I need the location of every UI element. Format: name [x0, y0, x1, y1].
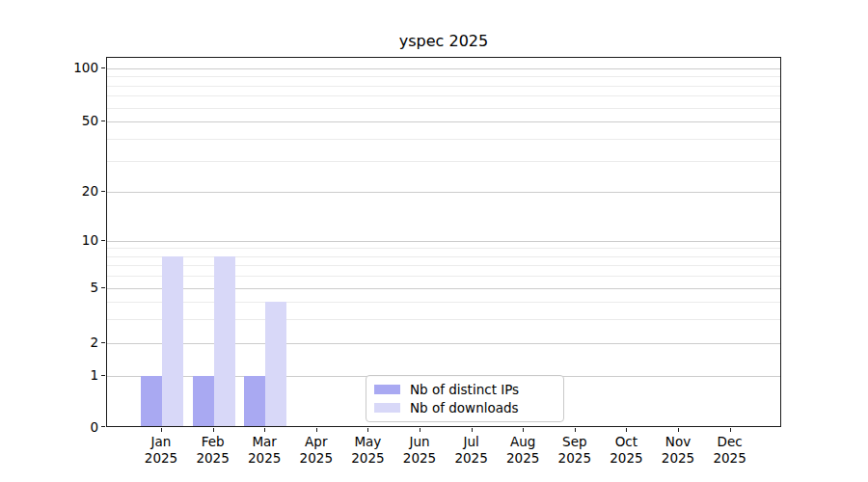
y-gridline-major: [107, 192, 780, 193]
y-tick-mark: [101, 426, 105, 427]
y-gridline-minor: [107, 76, 780, 77]
y-tick-mark: [101, 287, 105, 288]
y-gridline-minor: [107, 265, 780, 266]
x-tick-mark: [213, 428, 214, 432]
legend-entry-downloads: Nb of downloads: [374, 400, 556, 415]
y-gridline-minor: [107, 86, 780, 87]
x-tick-month: Dec: [692, 434, 769, 450]
y-gridline-major: [107, 121, 780, 122]
x-tick-mark: [626, 428, 627, 432]
bar-distinct-ips: [244, 376, 265, 427]
x-tick-mark: [523, 428, 524, 432]
y-tick-label: 100: [0, 59, 98, 76]
y-tick-mark: [101, 375, 105, 376]
y-tick-label: 50: [0, 112, 98, 129]
y-tick-label: 1: [0, 366, 98, 384]
x-tick-mark: [678, 428, 679, 432]
y-gridline-major: [107, 68, 780, 69]
x-tick-mark: [575, 428, 576, 432]
bar-downloads: [214, 256, 235, 427]
y-tick-mark: [101, 67, 105, 68]
y-gridline-major: [107, 241, 780, 242]
bar-distinct-ips: [141, 376, 162, 427]
bar-downloads: [162, 256, 183, 427]
x-tick-label: Dec2025: [692, 434, 769, 467]
y-gridline-minor: [107, 256, 780, 257]
legend: Nb of distinct IPs Nb of downloads: [366, 375, 564, 422]
y-gridline-minor: [107, 276, 780, 277]
legend-label-distinct-ips: Nb of distinct IPs: [410, 382, 519, 397]
legend-entry-distinct-ips: Nb of distinct IPs: [374, 382, 556, 397]
y-gridline-major: [107, 288, 780, 289]
bar-downloads: [265, 302, 286, 427]
y-tick-mark: [101, 191, 105, 192]
y-tick-label: 5: [0, 279, 98, 296]
y-gridline-minor: [107, 248, 780, 249]
y-tick-label: 0: [0, 418, 98, 436]
y-gridline-major: [107, 343, 780, 344]
x-tick-mark: [420, 428, 420, 432]
x-tick-year: 2025: [692, 450, 769, 467]
y-gridline-minor: [107, 161, 780, 162]
bar-distinct-ips: [193, 376, 214, 427]
y-gridline-minor: [107, 302, 780, 303]
y-gridline-minor: [107, 108, 780, 109]
x-tick-mark: [472, 428, 473, 432]
y-tick-mark: [101, 120, 105, 121]
y-tick-label: 2: [0, 334, 98, 351]
chart-title: yspec 2025: [106, 32, 781, 50]
y-tick-label: 20: [0, 182, 98, 200]
y-tick-mark: [101, 342, 105, 343]
x-tick-mark: [264, 428, 265, 432]
legend-label-downloads: Nb of downloads: [410, 400, 519, 415]
x-tick-mark: [730, 428, 731, 432]
legend-swatch-downloads-icon: [374, 403, 400, 413]
plot-area: [106, 57, 781, 427]
x-tick-mark: [316, 428, 317, 432]
y-tick-label: 10: [0, 231, 98, 249]
chart-figure: yspec 2025 0125102050100Jan2025Feb2025Ma…: [0, 0, 868, 482]
y-gridline-minor: [107, 95, 780, 96]
y-gridline-minor: [107, 319, 780, 320]
y-gridline-minor: [107, 139, 780, 140]
legend-swatch-distinct-ips-icon: [374, 385, 400, 394]
x-tick-mark: [161, 428, 162, 432]
x-tick-mark: [367, 428, 368, 432]
y-tick-mark: [101, 240, 105, 241]
